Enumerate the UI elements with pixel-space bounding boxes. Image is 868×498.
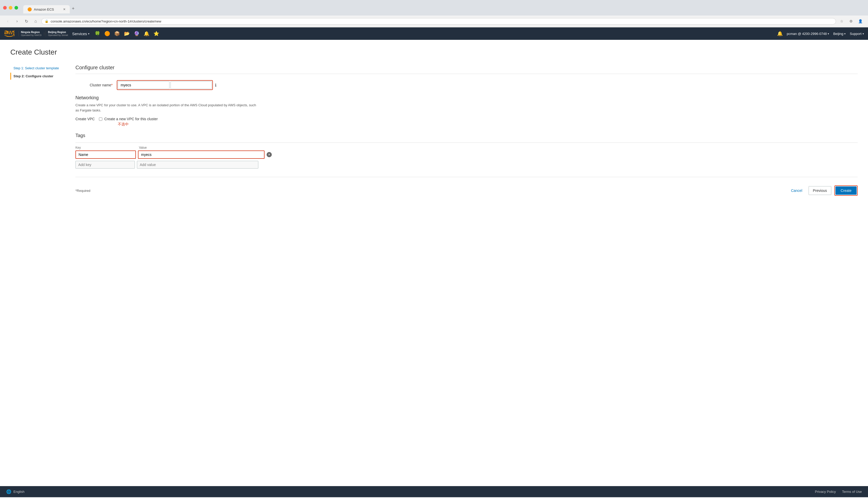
address-text: console.amazonaws.cn/ecs/home?region=cn-…	[51, 19, 832, 23]
create-vpc-label: Create VPC	[76, 117, 97, 121]
create-vpc-checkbox-label: Create a new VPC for this cluster	[104, 117, 158, 121]
user-chevron-icon: ▾	[828, 32, 829, 35]
tag-value-input-1[interactable]	[138, 151, 198, 158]
cluster-name-input[interactable]	[118, 81, 169, 89]
tag-key-input-1[interactable]	[76, 151, 135, 158]
user-menu[interactable]: pcman @ 4200-2996-0748 ▾	[787, 32, 829, 36]
forward-button[interactable]: ›	[13, 17, 21, 25]
nav-icon-1[interactable]: 🍀	[95, 31, 100, 37]
services-menu-button[interactable]: Services ▾	[69, 31, 93, 36]
aws-logo-svg	[4, 30, 14, 37]
section-title: Configure cluster	[76, 65, 858, 74]
create-vpc-row: Create VPC Create a new VPC for this clu…	[76, 117, 858, 127]
new-tab-button[interactable]: +	[70, 4, 77, 13]
form-area: Configure cluster Cluster name* ℹ Networ…	[76, 65, 858, 196]
required-note: *Required	[76, 189, 91, 193]
back-button[interactable]: ‹	[4, 17, 11, 25]
address-bar[interactable]: 🔒 console.amazonaws.cn/ecs/home?region=c…	[41, 18, 836, 25]
browser-tab[interactable]: 🟠 Amazon ECS ✕	[23, 5, 70, 13]
nav-icon-7[interactable]: ⭐	[153, 31, 159, 37]
tags-title: Tags	[76, 133, 858, 138]
tab-title: Amazon ECS	[34, 8, 54, 11]
tab-close-button[interactable]: ✕	[63, 8, 66, 11]
window-maximize[interactable]	[14, 6, 18, 10]
region-info: Ningxia Region Operated by NWCD	[18, 31, 42, 37]
terms-of-use-link[interactable]: Terms of Use	[842, 490, 862, 494]
tag-add-key-input[interactable]	[76, 161, 135, 169]
nav-icon-2[interactable]: 🟠	[104, 31, 110, 37]
refresh-button[interactable]: ↻	[23, 17, 30, 25]
support-menu[interactable]: Support ▾	[850, 32, 864, 36]
tags-key-header: Key	[76, 146, 135, 149]
step1-link[interactable]: Step 1: Select cluster template	[10, 65, 67, 71]
window-close[interactable]	[3, 6, 7, 10]
cluster-name-label: Cluster name*	[76, 83, 117, 87]
create-button[interactable]: Create	[836, 186, 857, 195]
footer-language[interactable]: English	[13, 490, 25, 494]
cancel-button[interactable]: Cancel	[788, 186, 805, 195]
form-divider	[76, 177, 858, 177]
region-menu[interactable]: Beijing ▾	[833, 32, 845, 36]
profile-button[interactable]: 👤	[857, 17, 864, 25]
page-title: Create Cluster	[10, 48, 858, 56]
footer-right: Privacy Policy Terms of Use	[815, 490, 862, 494]
aws-logo[interactable]	[4, 30, 14, 37]
not-selected-text: 不选中	[118, 122, 128, 126]
tag-add-value-input[interactable]	[137, 161, 258, 169]
home-button[interactable]: ⌂	[32, 17, 39, 25]
bookmark-button[interactable]: ☆	[838, 17, 845, 25]
nav-icon-group: 🍀 🟠 📦 📂 🔮 🔔 ⭐	[95, 31, 159, 37]
privacy-policy-link[interactable]: Privacy Policy	[815, 490, 836, 494]
services-chevron-icon: ▾	[88, 32, 90, 35]
steps-sidebar: Step 1: Select cluster template Step 2: …	[10, 65, 67, 196]
beijing-region-info: Beijing Region Operated by Sinnet	[46, 31, 68, 37]
nav-icon-4[interactable]: 📂	[124, 31, 130, 37]
nav-icon-6[interactable]: 🔔	[144, 31, 149, 37]
networking-desc: Create a new VPC for your cluster to use…	[76, 103, 256, 113]
tag-value-input-1b[interactable]	[198, 151, 264, 158]
cluster-name-row: Cluster name* ℹ	[76, 80, 858, 90]
page-footer: 🌐 English Privacy Policy Terms of Use	[0, 486, 868, 497]
region-chevron-icon: ▾	[844, 32, 845, 35]
tab-favicon: 🟠	[27, 7, 32, 11]
support-chevron-icon: ▾	[863, 32, 864, 35]
notification-bell-icon[interactable]: 🔔	[777, 31, 783, 37]
footer-left: 🌐 English	[6, 489, 25, 494]
networking-title: Networking	[76, 95, 858, 101]
window-minimize[interactable]	[9, 6, 12, 10]
tag-add-row	[76, 161, 858, 169]
nav-icon-3[interactable]: 📦	[114, 31, 120, 37]
tag-remove-button-1[interactable]: ✕	[267, 152, 272, 157]
cluster-name-input-2[interactable]	[171, 81, 212, 89]
globe-icon: 🌐	[6, 489, 11, 494]
lock-icon: 🔒	[45, 19, 49, 23]
cluster-name-info-icon[interactable]: ℹ	[215, 83, 216, 88]
previous-button[interactable]: Previous	[809, 186, 831, 195]
required-asterisk: *	[111, 83, 113, 87]
aws-navbar: Ningxia Region Operated by NWCD | Beijin…	[0, 27, 868, 40]
create-vpc-checkbox[interactable]	[99, 117, 102, 121]
tags-header: Key Value	[76, 146, 858, 149]
nav-icon-5[interactable]: 🔮	[134, 31, 139, 37]
cluster-name-input-group: ℹ	[117, 80, 216, 90]
tags-section: Tags Key Value ✕	[76, 133, 858, 169]
step2-link[interactable]: Step 2: Configure cluster	[10, 73, 67, 80]
extensions-button[interactable]: ⚙	[847, 17, 855, 25]
form-actions: *Required Cancel Previous Create	[76, 185, 858, 196]
tag-row-1: ✕	[76, 150, 858, 159]
tags-value-header: Value	[139, 146, 260, 149]
